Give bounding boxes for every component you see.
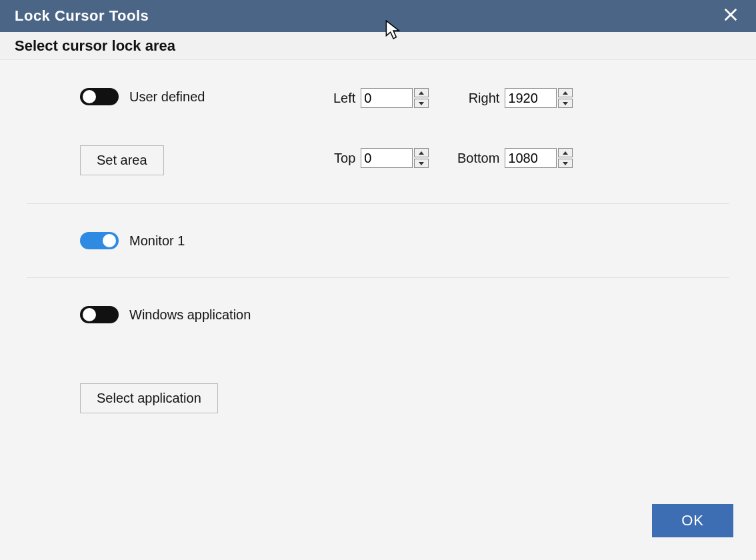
close-button[interactable] bbox=[717, 3, 744, 29]
subheader: Select cursor lock area bbox=[0, 32, 756, 60]
chevron-up-icon bbox=[563, 91, 568, 95]
field-left: Left bbox=[333, 88, 429, 108]
spin-up-right[interactable] bbox=[558, 88, 573, 97]
chevron-down-icon bbox=[419, 162, 424, 165]
titlebar: Lock Cursor Tools bbox=[0, 0, 756, 32]
chevron-up-icon bbox=[419, 91, 424, 95]
spin-up-top[interactable] bbox=[414, 148, 429, 157]
input-bottom[interactable] bbox=[505, 148, 557, 168]
spin-up-left[interactable] bbox=[414, 88, 429, 97]
spin-down-bottom[interactable] bbox=[558, 159, 573, 168]
content-area: User defined Set area Left bbox=[0, 60, 756, 560]
toggle-monitor[interactable] bbox=[80, 232, 119, 249]
spin-down-top[interactable] bbox=[414, 159, 429, 168]
label-top: Top bbox=[334, 151, 355, 166]
field-top: Top bbox=[334, 148, 429, 168]
spin-up-bottom[interactable] bbox=[558, 148, 573, 157]
ok-button[interactable]: OK bbox=[652, 504, 733, 537]
label-right: Right bbox=[453, 91, 499, 106]
toggle-monitor-label: Monitor 1 bbox=[129, 233, 185, 249]
toggle-knob bbox=[83, 308, 96, 321]
input-right[interactable] bbox=[505, 88, 557, 108]
section-user-defined: User defined Set area Left bbox=[0, 60, 756, 203]
toggle-knob bbox=[83, 90, 96, 103]
toggle-windows-application-label: Windows application bbox=[129, 307, 251, 323]
input-top[interactable] bbox=[361, 148, 413, 168]
input-left[interactable] bbox=[361, 88, 413, 108]
section-monitor: Monitor 1 bbox=[27, 203, 729, 277]
toggle-user-defined[interactable] bbox=[80, 88, 119, 105]
chevron-up-icon bbox=[563, 151, 568, 155]
spin-down-right[interactable] bbox=[558, 99, 573, 108]
close-icon bbox=[723, 7, 738, 25]
chevron-down-icon bbox=[563, 102, 568, 105]
label-left: Left bbox=[333, 91, 355, 106]
label-bottom: Bottom bbox=[453, 151, 499, 166]
toggle-knob bbox=[103, 234, 116, 247]
window-title: Lock Cursor Tools bbox=[15, 7, 149, 25]
spin-down-left[interactable] bbox=[414, 99, 429, 108]
select-application-button[interactable]: Select application bbox=[80, 383, 218, 413]
field-right: Right bbox=[453, 88, 573, 108]
toggle-windows-application[interactable] bbox=[80, 306, 119, 323]
chevron-down-icon bbox=[419, 102, 424, 105]
chevron-down-icon bbox=[563, 162, 568, 165]
chevron-up-icon bbox=[419, 151, 424, 155]
set-area-button[interactable]: Set area bbox=[80, 145, 164, 175]
toggle-user-defined-label: User defined bbox=[129, 89, 205, 105]
field-bottom: Bottom bbox=[453, 148, 573, 168]
subheader-title: Select cursor lock area bbox=[15, 37, 175, 55]
section-windows-application: Windows application Select application bbox=[27, 277, 729, 441]
